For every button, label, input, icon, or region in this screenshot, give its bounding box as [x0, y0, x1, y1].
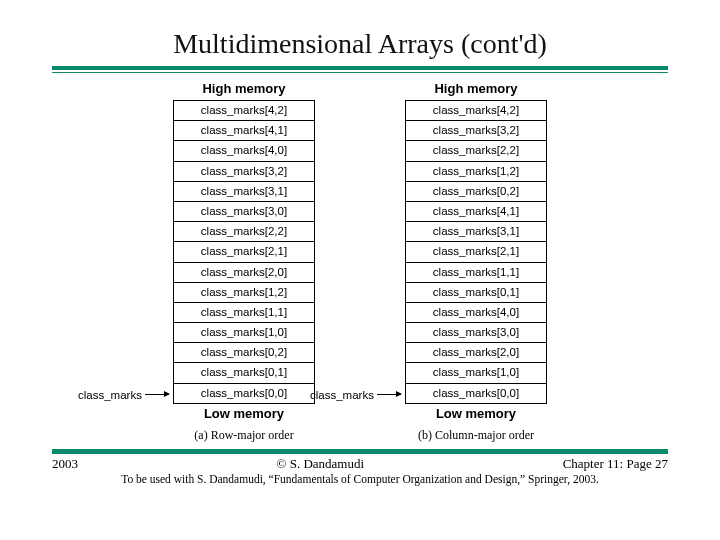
memory-cell: class_marks[2,2]	[174, 222, 314, 242]
low-memory-label-right: Low memory	[436, 406, 516, 421]
pointer-left: class_marks	[78, 389, 169, 401]
left-column: High memory class_marks[4,2] class_marks…	[173, 79, 315, 443]
footer-credit: To be used with S. Dandamudi, “Fundament…	[0, 473, 720, 485]
diagram-row: High memory class_marks[4,2] class_marks…	[0, 79, 720, 443]
footer: 2003 © S. Dandamudi Chapter 11: Page 27	[52, 456, 668, 472]
high-memory-label-left: High memory	[202, 81, 285, 96]
memory-cell: class_marks[3,2]	[406, 121, 546, 141]
page-title: Multidimensional Arrays (cont'd)	[0, 28, 720, 60]
pointer-label: class_marks	[310, 389, 374, 401]
memory-cell: class_marks[1,2]	[174, 283, 314, 303]
memory-cell: class_marks[3,0]	[174, 202, 314, 222]
rule-thin	[52, 72, 668, 73]
memory-cell: class_marks[0,1]	[174, 363, 314, 383]
memory-cell: class_marks[0,0]	[174, 384, 314, 403]
high-memory-label-right: High memory	[434, 81, 517, 96]
memory-cell: class_marks[2,2]	[406, 141, 546, 161]
memory-cell: class_marks[4,1]	[406, 202, 546, 222]
arrow-right-icon	[145, 394, 169, 395]
memory-cell: class_marks[4,2]	[406, 101, 546, 121]
rule-thick	[52, 450, 668, 454]
memory-cell: class_marks[4,0]	[174, 141, 314, 161]
memory-cell: class_marks[1,1]	[406, 263, 546, 283]
memory-cell: class_marks[2,0]	[406, 343, 546, 363]
memory-cell: class_marks[3,1]	[174, 182, 314, 202]
right-caption: (b) Column-major order	[418, 428, 534, 443]
left-stack: class_marks[4,2] class_marks[4,1] class_…	[173, 100, 315, 404]
memory-cell: class_marks[1,1]	[174, 303, 314, 323]
memory-cell: class_marks[4,1]	[174, 121, 314, 141]
left-caption: (a) Row-major order	[194, 428, 293, 443]
pointer-right: class_marks	[310, 389, 401, 401]
memory-cell: class_marks[4,0]	[406, 303, 546, 323]
title-rules	[52, 66, 668, 73]
pointer-label: class_marks	[78, 389, 142, 401]
memory-cell: class_marks[0,1]	[406, 283, 546, 303]
memory-cell: class_marks[0,2]	[406, 182, 546, 202]
memory-cell: class_marks[3,0]	[406, 323, 546, 343]
memory-cell: class_marks[4,2]	[174, 101, 314, 121]
slide: Multidimensional Arrays (cont'd) High me…	[0, 0, 720, 540]
right-column: High memory class_marks[4,2] class_marks…	[405, 79, 547, 443]
memory-cell: class_marks[0,0]	[406, 384, 546, 403]
low-memory-label-left: Low memory	[204, 406, 284, 421]
rule-thick	[52, 66, 668, 70]
memory-cell: class_marks[1,0]	[406, 363, 546, 383]
memory-cell: class_marks[1,2]	[406, 162, 546, 182]
footer-page: Chapter 11: Page 27	[563, 456, 668, 472]
memory-cell: class_marks[2,0]	[174, 263, 314, 283]
memory-cell: class_marks[2,1]	[406, 242, 546, 262]
memory-cell: class_marks[2,1]	[174, 242, 314, 262]
memory-cell: class_marks[3,2]	[174, 162, 314, 182]
right-stack: class_marks[4,2] class_marks[3,2] class_…	[405, 100, 547, 404]
footer-rules	[52, 449, 668, 454]
memory-cell: class_marks[1,0]	[174, 323, 314, 343]
footer-year: 2003	[52, 456, 78, 472]
memory-cell: class_marks[3,1]	[406, 222, 546, 242]
memory-cell: class_marks[0,2]	[174, 343, 314, 363]
footer-author: © S. Dandamudi	[277, 456, 365, 472]
arrow-right-icon	[377, 394, 401, 395]
